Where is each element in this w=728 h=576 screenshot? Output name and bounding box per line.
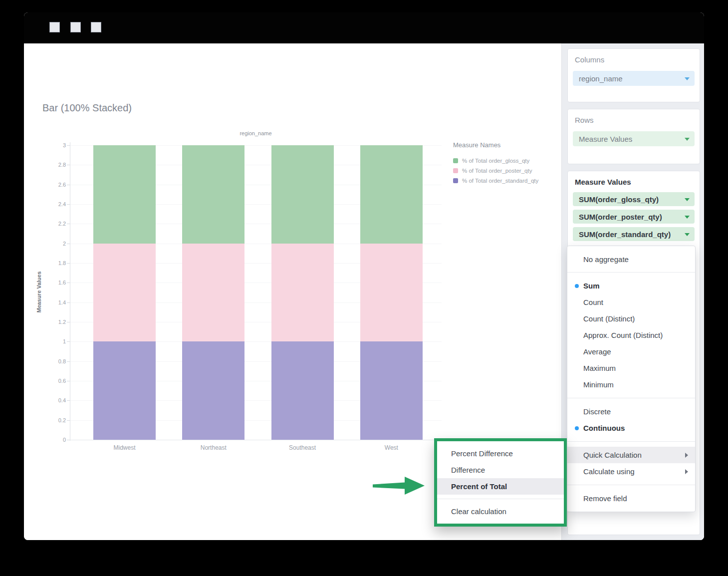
- columns-field-pill[interactable]: region_name: [573, 71, 695, 86]
- y-tick-label: 0.2: [44, 417, 66, 423]
- bar-segment[interactable]: [93, 341, 156, 440]
- measure-field-label: SUM(order_gloss_qty): [579, 195, 659, 204]
- menu-item-minimum[interactable]: Minimum: [567, 376, 695, 393]
- main-content: Bar (100% Stacked) region_name Measure V…: [24, 43, 704, 540]
- bar-segment[interactable]: [182, 244, 244, 342]
- submenu-item-clear-calculation[interactable]: Clear calculation: [437, 503, 564, 520]
- rows-field-label: Measure Values: [579, 135, 632, 143]
- submenu-item-label: Clear calculation: [451, 507, 506, 516]
- bar-segment[interactable]: [360, 145, 423, 244]
- menu-item-average[interactable]: Average: [567, 343, 695, 360]
- columns-card-header: Columns: [568, 49, 700, 64]
- annotation-arrow-icon: [371, 474, 427, 498]
- legend-item-label: % of Total order_poster_qty: [462, 168, 532, 174]
- submenu-item-difference[interactable]: Difference: [437, 462, 564, 478]
- measure-field-label: SUM(order_standard_qty): [579, 230, 671, 239]
- screenshot-stage: Bar (100% Stacked) region_name Measure V…: [0, 0, 728, 576]
- x-tick-label: West: [360, 444, 423, 451]
- chevron-down-icon[interactable]: [685, 77, 690, 80]
- menu-item-remove-field[interactable]: Remove field: [567, 490, 695, 507]
- measure-values-header: Measure Values: [568, 171, 700, 186]
- menu-item-approx-count-distinct-[interactable]: Approx. Count (Distinct): [567, 327, 695, 343]
- rows-card-header: Rows: [568, 109, 700, 124]
- chevron-down-icon[interactable]: [685, 216, 690, 219]
- submenu-item-percent-of-total[interactable]: Percent of Total: [437, 478, 564, 495]
- y-tick-label: 2.4: [44, 201, 66, 207]
- menu-group: SumCountCount (Distinct)Approx. Count (D…: [567, 272, 695, 398]
- menu-item-maximum[interactable]: Maximum: [567, 360, 695, 376]
- menu-group: DiscreteContinuous: [567, 398, 695, 441]
- chart-baseline: [70, 440, 442, 440]
- legend-item: % of Total order_standard_qty: [453, 176, 573, 186]
- legend-swatch-icon: [453, 178, 458, 183]
- menu-item-no-aggregate[interactable]: No aggregate: [567, 250, 695, 268]
- x-tick-label: Southeast: [271, 444, 334, 451]
- bar-segment[interactable]: [93, 244, 156, 342]
- columns-field-label: region_name: [579, 74, 623, 83]
- measure-field-pill[interactable]: SUM(order_standard_qty): [573, 227, 695, 241]
- y-tick-label: 2.6: [44, 182, 66, 188]
- submenu-arrow-icon: [685, 453, 688, 458]
- rows-field-pill[interactable]: Measure Values: [573, 131, 695, 146]
- menu-group: No aggregate: [567, 246, 695, 272]
- menu-item-count[interactable]: Count: [567, 294, 695, 310]
- menu-item-count-distinct-[interactable]: Count (Distinct): [567, 310, 695, 327]
- submenu-group: Clear calculation: [437, 499, 564, 524]
- menu-group: Remove field: [567, 485, 695, 512]
- bar-segment[interactable]: [182, 145, 244, 244]
- bar-segment[interactable]: [271, 145, 334, 244]
- y-tick-label: 1.2: [44, 319, 66, 325]
- columns-card: Columns region_name: [567, 48, 700, 102]
- bar-segment[interactable]: [271, 244, 334, 342]
- legend-swatch-icon: [453, 158, 458, 163]
- chevron-down-icon[interactable]: [685, 233, 690, 236]
- legend-item: % of Total order_poster_qty: [453, 166, 573, 176]
- menu-item-label: Sum: [583, 282, 600, 290]
- menu-item-label: Continuous: [583, 424, 625, 432]
- y-tick-label: 0.4: [44, 397, 66, 403]
- window-control-1[interactable]: [49, 22, 60, 32]
- menu-item-label: Remove field: [583, 494, 627, 503]
- bar-segment[interactable]: [360, 341, 423, 440]
- submenu-arrow-icon: [685, 469, 688, 474]
- chart-y-axis-line: [70, 142, 70, 441]
- selected-dot-icon: [575, 426, 579, 430]
- measure-field-label: SUM(order_poster_qty): [579, 213, 662, 221]
- menu-item-label: Quick Calculation: [583, 451, 642, 459]
- window-control-3[interactable]: [91, 22, 101, 32]
- menu-item-continuous[interactable]: Continuous: [567, 420, 695, 436]
- menu-item-label: Minimum: [583, 380, 614, 389]
- chart-x-axis-title: region_name: [70, 130, 442, 136]
- menu-item-discrete[interactable]: Discrete: [567, 403, 695, 420]
- bar-segment[interactable]: [93, 145, 156, 244]
- menu-item-sum[interactable]: Sum: [567, 278, 695, 294]
- bar-segment[interactable]: [182, 341, 244, 440]
- menu-item-label: Count (Distinct): [583, 314, 635, 323]
- bar-segment[interactable]: [360, 244, 423, 342]
- quick-calculation-submenu: Percent DifferenceDifferencePercent of T…: [434, 438, 567, 527]
- measure-field-pill[interactable]: SUM(order_gloss_qty): [573, 192, 695, 206]
- submenu-item-percent-difference[interactable]: Percent Difference: [437, 445, 564, 462]
- y-tick-label: 0.6: [44, 378, 66, 384]
- chart-legend: Measure Names % of Total order_gloss_qty…: [453, 141, 573, 186]
- chevron-down-icon[interactable]: [685, 198, 690, 201]
- window-control-2[interactable]: [70, 22, 81, 32]
- menu-item-label: Approx. Count (Distinct): [583, 331, 663, 339]
- y-tick-label: 1.6: [44, 280, 66, 286]
- menu-item-label: No aggregate: [583, 255, 629, 264]
- y-tick-label: 1.8: [44, 260, 66, 266]
- selected-dot-icon: [575, 284, 579, 288]
- window-titlebar: [24, 12, 704, 43]
- measure-field-pill[interactable]: SUM(order_poster_qty): [573, 210, 695, 224]
- y-tick-label: 3: [44, 142, 66, 148]
- menu-item-label: Count: [583, 298, 603, 306]
- menu-item-calculate-using[interactable]: Calculate using: [567, 463, 695, 480]
- menu-group: Quick CalculationCalculate using: [567, 441, 695, 485]
- legend-items: % of Total order_gloss_qty% of Total ord…: [453, 156, 573, 186]
- menu-item-quick-calculation[interactable]: Quick Calculation: [567, 447, 695, 463]
- legend-item-label: % of Total order_gloss_qty: [462, 158, 529, 164]
- chevron-down-icon[interactable]: [685, 138, 690, 141]
- y-tick-label: 2.8: [44, 162, 66, 168]
- bar-segment[interactable]: [271, 341, 334, 440]
- y-tick-label: 0: [44, 437, 66, 443]
